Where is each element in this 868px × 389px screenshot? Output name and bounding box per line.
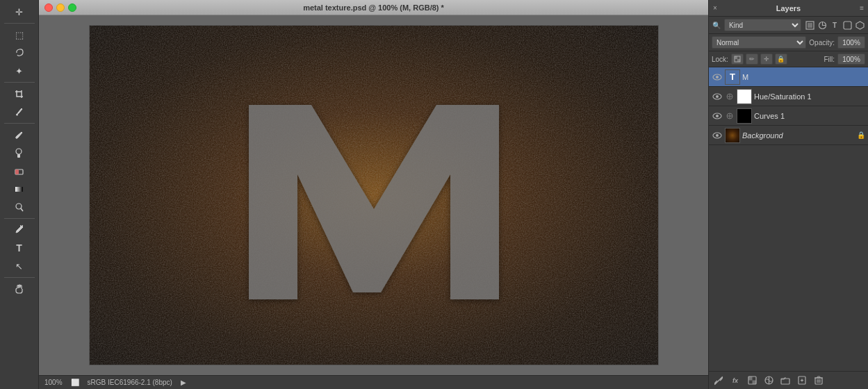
layer-name: Curves 1 xyxy=(754,112,865,120)
export-icon: ⬜ xyxy=(71,379,79,386)
lasso-tool[interactable] xyxy=(9,44,30,61)
panel-menu-button[interactable]: ≡ xyxy=(860,4,864,12)
fill-label: Fill: xyxy=(824,56,835,63)
lock-row: Lock: ✏ ✛ 🔒 Fill: 100% xyxy=(709,51,868,67)
canvas-background xyxy=(90,26,658,365)
layer-name: Background xyxy=(742,131,855,140)
fill-value[interactable]: 100% xyxy=(837,53,865,65)
svg-rect-17 xyxy=(737,59,740,62)
separator xyxy=(4,123,35,124)
type-tool[interactable]: T xyxy=(9,240,30,256)
svg-rect-14 xyxy=(844,22,851,29)
filter-pixel-btn[interactable] xyxy=(804,19,815,31)
filter-smartobject-btn[interactable] xyxy=(854,19,865,31)
hand-tool[interactable] xyxy=(9,281,30,297)
filter-type-btn[interactable]: T xyxy=(829,19,840,31)
panel-bottom-toolbar: fx xyxy=(709,371,868,389)
move-tool[interactable]: ✛ xyxy=(9,3,30,20)
magic-wand-tool[interactable]: ✦ xyxy=(9,63,30,79)
layer-thumbnail: T xyxy=(725,69,740,85)
brush-tool[interactable] xyxy=(9,126,30,143)
close-button[interactable] xyxy=(44,3,53,12)
layer-name: Hue/Saturation 1 xyxy=(754,92,865,101)
status-arrow[interactable]: ▶ xyxy=(181,379,186,386)
lock-all-btn[interactable]: 🔒 xyxy=(775,53,787,65)
layer-item[interactable]: Hue/Saturation 1 xyxy=(709,87,868,106)
marquee-tool[interactable]: ⬚ xyxy=(9,26,30,43)
clone-stamp-tool[interactable] xyxy=(9,144,30,161)
lock-position-btn[interactable]: ✛ xyxy=(760,53,773,65)
svg-point-1 xyxy=(16,149,22,154)
window-title: metal texture.psd @ 100% (M, RGB/8) * xyxy=(303,3,444,12)
layer-link-icon xyxy=(725,92,735,101)
eyedropper-tool[interactable] xyxy=(9,104,30,120)
layer-item[interactable]: T M xyxy=(709,67,868,87)
layer-name: M xyxy=(742,73,865,81)
svg-marker-10 xyxy=(249,105,499,299)
main-area: metal texture.psd @ 100% (M, RGB/8) * xyxy=(39,0,708,389)
window-controls xyxy=(44,3,76,12)
new-layer-button[interactable] xyxy=(795,374,809,388)
svg-rect-43 xyxy=(817,376,820,378)
minimize-button[interactable] xyxy=(56,3,65,12)
svg-rect-16 xyxy=(735,56,737,59)
color-profile: sRGB IEC61966-2.1 (8bpc) xyxy=(88,379,172,386)
gradient-tool[interactable] xyxy=(9,181,30,197)
filter-icons: T xyxy=(804,19,865,31)
status-bar: 100% ⬜ sRGB IEC61966-2.1 (8bpc) ▶ xyxy=(39,375,708,389)
layer-item[interactable]: Background 🔒 xyxy=(709,126,868,145)
new-fill-layer-button[interactable] xyxy=(745,374,759,388)
svg-rect-4 xyxy=(15,169,19,174)
panel-header: × Layers ≡ xyxy=(709,0,868,17)
filter-kind-select[interactable]: Kind Name Effect Mode Attribute Color xyxy=(724,19,801,31)
tools-panel: ✛ ⬚ ✦ xyxy=(0,0,39,389)
layers-list: T M Hue/Saturation 1 Curves 1 xyxy=(709,67,868,371)
opacity-value[interactable]: 100% xyxy=(837,36,865,49)
new-adjustment-layer-button[interactable] xyxy=(762,374,776,388)
filter-adjustment-btn[interactable] xyxy=(817,19,828,31)
maximize-button[interactable] xyxy=(68,3,76,12)
eraser-tool[interactable] xyxy=(9,163,30,179)
link-layers-button[interactable] xyxy=(712,374,726,388)
canvas-container[interactable] xyxy=(39,15,708,375)
separator xyxy=(4,82,35,83)
lock-transparent-btn[interactable] xyxy=(731,53,744,65)
layer-thumbnail xyxy=(737,108,752,124)
layer-link-icon xyxy=(725,111,735,121)
svg-point-21 xyxy=(716,95,719,98)
zoom-level: 100% xyxy=(44,379,63,386)
layer-lock-icon: 🔒 xyxy=(857,131,865,139)
m-letter xyxy=(228,77,520,313)
svg-rect-35 xyxy=(752,381,756,385)
layer-visibility-toggle[interactable] xyxy=(712,110,723,122)
svg-rect-2 xyxy=(17,154,20,158)
layer-visibility-toggle[interactable] xyxy=(712,130,723,141)
pen-tool[interactable] xyxy=(9,222,30,238)
filter-shape-btn[interactable] xyxy=(842,19,853,31)
layer-thumbnail xyxy=(725,128,740,143)
separator xyxy=(4,277,35,278)
layers-panel: × Layers ≡ 🔍 Kind Name Effect Mode Attri… xyxy=(708,0,868,389)
layer-visibility-toggle[interactable] xyxy=(712,72,723,83)
new-group-button[interactable] xyxy=(778,374,792,388)
lock-label: Lock: xyxy=(712,56,728,63)
svg-point-26 xyxy=(716,115,719,117)
dodge-tool[interactable] xyxy=(9,199,30,215)
lock-image-btn[interactable]: ✏ xyxy=(746,53,758,65)
opacity-label: Opacity: xyxy=(809,39,835,47)
panel-close-button[interactable]: × xyxy=(713,4,717,12)
blend-mode-select[interactable]: Normal Dissolve Multiply Screen Overlay xyxy=(712,36,806,49)
layer-item[interactable]: Curves 1 xyxy=(709,106,868,126)
blend-opacity-row: Normal Dissolve Multiply Screen Overlay … xyxy=(709,34,868,51)
crop-tool[interactable] xyxy=(9,85,30,102)
filter-row: 🔍 Kind Name Effect Mode Attribute Color … xyxy=(709,17,868,34)
delete-layer-button[interactable] xyxy=(812,374,826,388)
layer-visibility-toggle[interactable] xyxy=(712,91,723,102)
svg-point-6 xyxy=(16,204,22,209)
path-selection-tool[interactable]: ↖ xyxy=(9,258,30,274)
svg-rect-5 xyxy=(15,187,23,192)
svg-rect-34 xyxy=(748,376,753,381)
svg-point-19 xyxy=(716,76,719,78)
fx-button[interactable]: fx xyxy=(728,374,742,388)
svg-point-0 xyxy=(16,114,18,116)
